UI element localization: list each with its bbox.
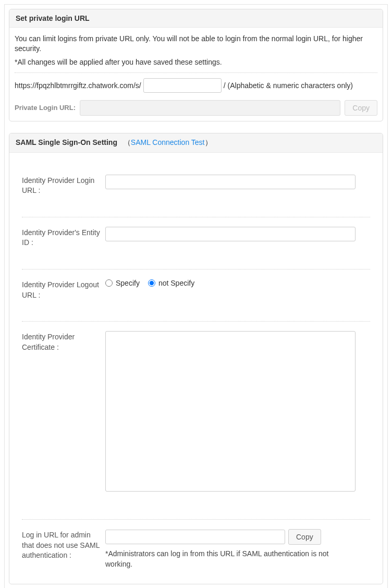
- private-login-url-readonly[interactable]: [80, 100, 340, 116]
- saml-logout-url-row: Identity Provider Logout URL : Specify n…: [22, 270, 370, 322]
- saml-login-url-label: Identity Provider Login URL :: [22, 176, 105, 196]
- saml-admin-url-label: Log in URL for admin that does not use S…: [22, 530, 105, 561]
- saml-logout-notspecify-option[interactable]: not Specify: [148, 279, 194, 287]
- saml-entity-id-label: Identity Provider's Entity ID :: [22, 228, 105, 248]
- private-copy-button[interactable]: Copy: [345, 100, 377, 116]
- saml-logout-notspecify-radio[interactable]: [148, 279, 155, 287]
- saml-admin-copy-button[interactable]: Copy: [288, 529, 321, 545]
- private-url-row: https://fpqzhlbtmrrgiftz.chatwork.com/s/…: [15, 78, 377, 93]
- private-copy-row: Private Login URL: Copy: [15, 100, 377, 116]
- saml-cert-row: Identity Provider Certificate :: [22, 322, 370, 520]
- saml-login-url-input[interactable]: [105, 175, 356, 189]
- private-login-desc2: *All changes will be applied after you h…: [15, 57, 377, 67]
- saml-admin-url-row: Log in URL for admin that does not use S…: [22, 520, 370, 574]
- private-url-segment-input[interactable]: [143, 78, 222, 93]
- saml-admin-note: *Administrators can log in from this URL…: [105, 549, 356, 569]
- saml-test-paren: （SAML Connection Test）: [124, 138, 212, 146]
- saml-logout-radio-group: Specify not Specify: [105, 279, 370, 287]
- saml-logout-notspecify-label: not Specify: [158, 279, 194, 287]
- saml-heading: SAML Single Sign-On Setting: [16, 138, 117, 146]
- private-url-prefix: https://fpqzhlbtmrrgiftz.chatwork.com/s/: [15, 81, 141, 90]
- saml-cert-label: Identity Provider Certificate :: [22, 332, 105, 352]
- saml-logout-specify-option[interactable]: Specify: [105, 279, 140, 287]
- saml-login-url-row: Identity Provider Login URL :: [22, 165, 370, 217]
- private-login-heading: Set private login URL: [9, 9, 383, 28]
- saml-entity-id-input[interactable]: [105, 227, 356, 241]
- saml-logout-specify-radio[interactable]: [105, 279, 113, 287]
- saml-logout-specify-label: Specify: [116, 279, 140, 287]
- saml-sso-panel: SAML Single Sign-On Setting （SAML Connec…: [9, 133, 383, 585]
- saml-cert-textarea[interactable]: [105, 331, 356, 492]
- saml-heading-row: SAML Single Sign-On Setting （SAML Connec…: [9, 133, 383, 153]
- private-url-suffix: / (Alphabetic & numeric characters only): [224, 81, 353, 90]
- private-copy-label: Private Login URL:: [15, 104, 76, 112]
- saml-logout-url-label: Identity Provider Logout URL :: [22, 280, 105, 300]
- private-login-panel: Set private login URL You can limit logi…: [9, 9, 383, 121]
- saml-entity-id-row: Identity Provider's Entity ID :: [22, 217, 370, 270]
- divider: [15, 72, 377, 73]
- saml-admin-url-input[interactable]: [105, 530, 285, 544]
- saml-connection-test-link[interactable]: SAML Connection Test: [131, 138, 205, 146]
- private-login-desc1: You can limit logins from private URL on…: [15, 34, 377, 54]
